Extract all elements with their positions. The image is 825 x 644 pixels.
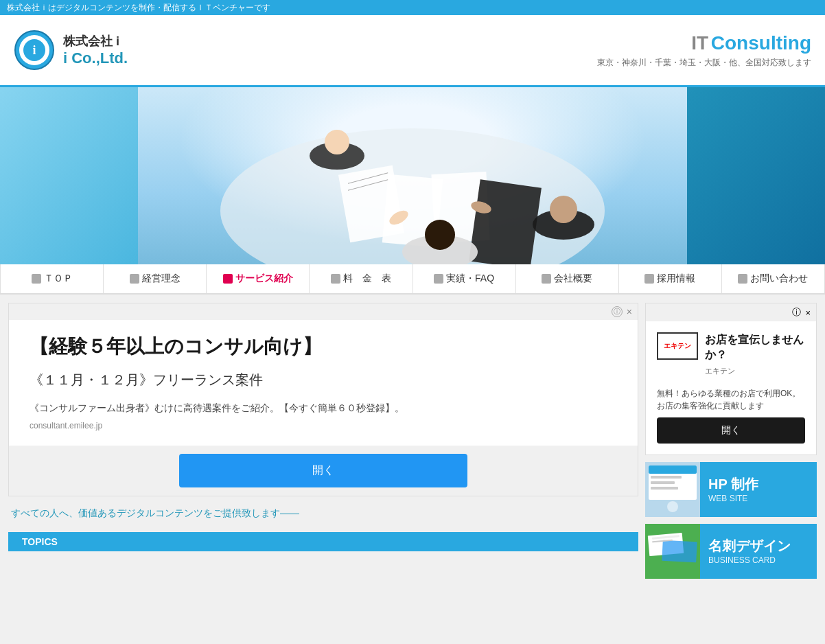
svg-point-12 bbox=[425, 220, 455, 250]
nav-label-recruit: 採用情報 bbox=[657, 273, 695, 285]
main-left: ⓘ × 【経験５年以上のコンサル向け】 《１１月・１２月》フリーランス案件 《コ… bbox=[8, 303, 638, 595]
content-area: ⓘ × 【経験５年以上のコンサル向け】 《１１月・１２月》フリーランス案件 《コ… bbox=[0, 295, 825, 603]
header-brand: IT Consulting bbox=[597, 32, 811, 54]
right-ad-brand-label: エキテン bbox=[705, 366, 805, 376]
nav-item-recruit[interactable]: 採用情報 bbox=[619, 264, 722, 293]
nav-icon-pricing bbox=[331, 274, 340, 284]
nav-label-about: 会社概要 bbox=[554, 273, 592, 285]
right-ad-title: お店を宣伝しませんか？ bbox=[705, 332, 805, 363]
hero-image-container bbox=[138, 87, 687, 264]
hp-card-image bbox=[645, 462, 700, 517]
svg-rect-8 bbox=[469, 179, 542, 264]
nav-icon-results bbox=[434, 274, 443, 284]
right-ad-open-button[interactable]: 開く bbox=[657, 417, 805, 444]
right-ad-info-icon[interactable]: ⓘ bbox=[792, 306, 801, 319]
header-consulting-label: Consulting bbox=[711, 32, 811, 54]
right-ad-text: お店を宣伝しませんか？ エキテン bbox=[705, 332, 805, 376]
ad-desc: 《コンサルファーム出身者》むけに高待遇案件をご紹介。【今すぐ簡単６０秒登録】。 bbox=[30, 400, 617, 415]
right-sidebar: ⓘ × エキテン お店を宣伝しませんか？ エキテン 無料！あらゆる業種のお店で利… bbox=[645, 303, 817, 595]
nav-icon-services bbox=[223, 274, 233, 284]
hp-card-sub: WEB SITE bbox=[708, 494, 809, 503]
nav-item-services[interactable]: サービス紹介 bbox=[207, 264, 310, 293]
meishi-card-svg bbox=[645, 524, 700, 579]
svg-rect-21 bbox=[649, 465, 697, 474]
ekiten-logo-text: エキテン bbox=[664, 341, 691, 351]
ad-footer: 開く bbox=[9, 446, 638, 496]
meishi-card-title: 名刺デザイン bbox=[708, 537, 809, 555]
ad-title: 【経験５年以上のコンサル向け】 bbox=[30, 334, 617, 360]
right-ad-close-icon[interactable]: × bbox=[805, 308, 811, 318]
ad-info-icon[interactable]: ⓘ bbox=[612, 306, 623, 317]
top-banner-text: 株式会社ｉはデジタルコンテンツを制作・配信するＩＴベンチャーです bbox=[7, 2, 270, 14]
ad-subtitle: 《１１月・１２月》フリーランス案件 bbox=[30, 371, 617, 389]
nav-label-pricing: 料 金 表 bbox=[343, 273, 391, 285]
hp-card-svg bbox=[645, 462, 700, 517]
meishi-card-text: 名刺デザイン BUSINESS CARD bbox=[700, 524, 817, 579]
right-ad-top-bar: ⓘ × bbox=[646, 303, 816, 321]
nav-icon-top bbox=[32, 274, 41, 284]
right-ad-content: エキテン お店を宣伝しませんか？ エキテン bbox=[646, 321, 816, 387]
svg-rect-24 bbox=[651, 487, 678, 490]
header-region: 東京・神奈川・千葉・埼玉・大阪・他、全国対応致します bbox=[597, 57, 811, 69]
nav-item-about[interactable]: 会社概要 bbox=[516, 264, 619, 293]
meishi-card-sub: BUSINESS CARD bbox=[708, 555, 809, 565]
hero-image bbox=[0, 87, 825, 264]
meishi-card-image bbox=[645, 524, 700, 579]
header-right: IT Consulting 東京・神奈川・千葉・埼玉・大阪・他、全国対応致します bbox=[597, 32, 811, 69]
logo-company: 株式会社 i bbox=[63, 33, 128, 49]
svg-rect-22 bbox=[651, 476, 682, 479]
nav-item-philosophy[interactable]: 経営理念 bbox=[104, 264, 207, 293]
svg-text:i: i bbox=[32, 43, 36, 57]
nav-label-services: サービス紹介 bbox=[235, 273, 293, 285]
meishi-card[interactable]: 名刺デザイン BUSINESS CARD bbox=[645, 524, 817, 579]
nav-item-results[interactable]: 実績・FAQ bbox=[413, 264, 516, 293]
nav-label-results: 実績・FAQ bbox=[446, 273, 494, 285]
hp-card-text: HP 制作 WEB SITE bbox=[700, 462, 817, 517]
logo-text: 株式会社 i i Co.,Ltd. bbox=[63, 33, 128, 67]
ekiten-logo: エキテン bbox=[657, 332, 698, 360]
logo-sub: i Co.,Ltd. bbox=[63, 49, 128, 67]
header: i 株式会社 i i Co.,Ltd. IT Consulting 東京・神奈川… bbox=[0, 15, 825, 87]
nav-item-pricing[interactable]: 料 金 表 bbox=[310, 264, 412, 293]
nav-icon-about bbox=[542, 274, 551, 284]
logo-area[interactable]: i 株式会社 i i Co.,Ltd. bbox=[14, 30, 128, 71]
ad-top-bar: ⓘ × bbox=[9, 303, 638, 320]
nav-icon-philosophy bbox=[130, 274, 139, 284]
ad-open-button[interactable]: 開く bbox=[179, 454, 467, 487]
right-ad-box: ⓘ × エキテン お店を宣伝しませんか？ エキテン 無料！あらゆる業種のお店で利… bbox=[645, 303, 817, 455]
svg-point-25 bbox=[667, 501, 678, 512]
top-banner: 株式会社ｉはデジタルコンテンツを制作・配信するＩＴベンチャーです bbox=[0, 0, 825, 15]
svg-point-14 bbox=[550, 196, 577, 223]
nav-icon-contact bbox=[738, 274, 747, 284]
nav-item-top[interactable]: ＴＯＰ bbox=[0, 264, 104, 293]
svg-point-10 bbox=[325, 130, 349, 154]
header-it-label: IT bbox=[691, 32, 708, 54]
ad-box: ⓘ × 【経験５年以上のコンサル向け】 《１１月・１２月》フリーランス案件 《コ… bbox=[8, 303, 638, 496]
ad-close-icon[interactable]: × bbox=[627, 306, 632, 317]
topics-badge: TOPICS bbox=[8, 532, 638, 551]
nav-label-philosophy: 経営理念 bbox=[142, 273, 181, 285]
ad-url: consultant.emilee.jp bbox=[30, 421, 617, 430]
nav-item-contact[interactable]: お問い合わせ bbox=[722, 264, 825, 293]
logo-icon: i bbox=[14, 30, 55, 71]
ad-content: 【経験５年以上のコンサル向け】 《１１月・１２月》フリーランス案件 《コンサルフ… bbox=[9, 320, 638, 446]
svg-rect-23 bbox=[651, 481, 675, 484]
all-people-text: すべての人へ、価値あるデジタルコンテンツをご提供致します—— bbox=[8, 507, 638, 520]
nav-label-top: ＴＯＰ bbox=[44, 273, 73, 285]
nav-label-contact: お問い合わせ bbox=[750, 273, 808, 285]
hp-card-title: HP 制作 bbox=[708, 475, 809, 494]
right-ad-desc: 無料！あらゆる業種のお店で利用OK。お店の集客強化に貢献します bbox=[646, 387, 816, 417]
nav-icon-recruit bbox=[644, 274, 654, 284]
hp-card[interactable]: HP 制作 WEB SITE bbox=[645, 462, 817, 517]
hero-svg bbox=[138, 87, 687, 264]
navigation: ＴＯＰ 経営理念 サービス紹介 料 金 表 実績・FAQ 会社概要 採用情報 お… bbox=[0, 264, 825, 295]
svg-rect-28 bbox=[662, 540, 697, 562]
